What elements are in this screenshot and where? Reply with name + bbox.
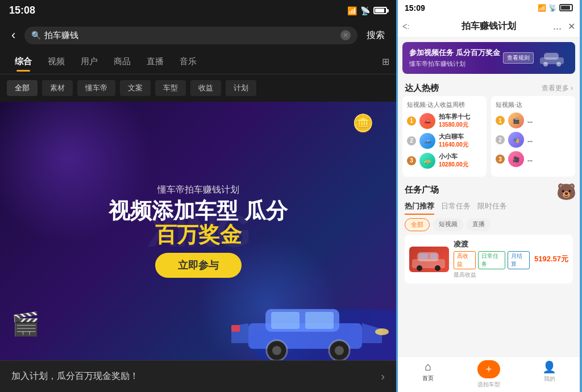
task-card[interactable]: 凌渡 高收益 日常任务 月结算 最高收益 5192.57元 [405, 235, 573, 283]
svg-rect-3 [271, 312, 300, 329]
status-bar-right: 15:09 📶 📡 [398, 0, 580, 16]
car-illustration [214, 275, 396, 360]
banner-cta-button[interactable]: 立即参与 [155, 253, 242, 278]
tab-视频[interactable]: 视频 [40, 52, 73, 72]
task-title: 任务广场 [405, 185, 439, 195]
page-title: 拍车赚钱计划 [462, 20, 516, 32]
rank-avatar-r1: 🎬 [508, 112, 524, 128]
rank-badge-3: 3 [407, 156, 416, 165]
rank-badge-r1: 1 [496, 116, 505, 125]
rank-item-2[interactable]: 2 🚙 大白聊车 11640.00元 [407, 132, 482, 149]
task-sub-tag-all[interactable]: 全部 [405, 218, 430, 231]
home-icon: ⌂ [425, 360, 431, 373]
task-tabs: 热门推荐 日常任务 限时任务 [405, 201, 573, 215]
tab-音乐[interactable]: 音乐 [172, 52, 205, 72]
task-tab-limited[interactable]: 限时任务 [477, 201, 507, 215]
rank-item-r2[interactable]: 2 🎭 ... [496, 132, 571, 148]
nav-profile[interactable]: 👤 我的 [519, 360, 580, 389]
tab-综合[interactable]: 综合 [7, 52, 40, 72]
bottom-promo-text: 加入计划，瓜分百万现金奖励！ [11, 370, 381, 382]
tag-素材[interactable]: 素材 [42, 80, 73, 96]
search-clear-button[interactable]: ✕ [340, 30, 351, 40]
rank-item-3[interactable]: 3 🚕 小小车 10280.00元 [407, 152, 482, 169]
back-indicator: ᐸ: [402, 23, 409, 31]
bottom-nav: ⌂ 首页 + 选拍车型 👤 我的 [398, 356, 580, 392]
rank-amount-2: 11640.00元 [439, 141, 482, 149]
rank-avatar-3: 🚕 [419, 153, 435, 169]
tag-计划[interactable]: 计划 [226, 80, 256, 96]
profile-icon: 👤 [542, 360, 556, 374]
svg-point-16 [556, 62, 561, 66]
task-tab-hot[interactable]: 热门推荐 [405, 201, 434, 215]
tab-商品[interactable]: 商品 [106, 52, 139, 72]
task-tag-daily: 日常任务 [478, 251, 505, 269]
svg-rect-12 [231, 325, 240, 332]
ranking-col-2: 短视频·达 1 🎬 ... 2 🎭 ... 3 🎥 ... [491, 96, 575, 177]
task-earnings-label: 最高收益 [454, 271, 530, 279]
rank-name-3: 小小车 [439, 152, 482, 161]
tag-文案[interactable]: 文案 [120, 80, 151, 96]
time-left: 15:08 [9, 5, 35, 16]
tag-收益[interactable]: 收益 [190, 80, 221, 96]
nav-add-car[interactable]: + 选拍车型 [459, 360, 519, 389]
rank-badge-r3: 3 [496, 155, 505, 164]
tag-车型[interactable]: 车型 [155, 80, 186, 96]
more-button[interactable]: ... [553, 20, 562, 32]
banner-section: XING 懂车帝拍车赚钱计划 视频添加车型 瓜分 百万奖金 立即参与 [0, 102, 396, 360]
battery-icon-right [559, 4, 573, 11]
ad-banner-content: 参加视频任务 瓜分百万奖金 懂车帝拍车赚钱计划 [409, 48, 503, 68]
task-sub-tag-live[interactable]: 直播 [467, 218, 490, 231]
rank-item-1[interactable]: 1 🚗 拍车界十七 13580.00元 [407, 112, 482, 129]
status-icons-right: 📶 📡 [538, 4, 573, 12]
tag-懂车帝[interactable]: 懂车帝 [77, 80, 115, 96]
rank-badge-1: 1 [407, 116, 416, 126]
svg-rect-4 [305, 312, 334, 329]
tab-用户[interactable]: 用户 [73, 52, 106, 72]
close-button[interactable]: ✕ [568, 21, 575, 32]
tag-全部[interactable]: 全部 [7, 80, 38, 96]
task-sub-tag-video[interactable]: 短视频 [433, 218, 463, 231]
rank-name-r3: ... [527, 156, 571, 162]
task-section: 任务广场 🐻 热门推荐 日常任务 限时任务 全部 短视频 直播 [398, 179, 580, 286]
ad-banner[interactable]: 参加视频任务 瓜分百万奖金 懂车帝拍车赚钱计划 查看规则 [402, 42, 575, 74]
rank-item-r3[interactable]: 3 🎥 ... [496, 151, 571, 167]
svg-point-22 [435, 265, 440, 271]
task-helper-icon[interactable]: 🐻 [556, 182, 576, 201]
status-bar-left: 15:08 📶 📡 [0, 0, 396, 21]
svg-point-11 [375, 328, 389, 335]
ad-car-icon [537, 49, 568, 66]
svg-rect-14 [544, 53, 559, 60]
right-panel: 15:09 📶 📡 ᐸ: 拍车赚钱计划 ... ✕ 参加视频任务 瓜分百万奖金 … [398, 0, 580, 392]
status-icons-left: 📶 📡 [347, 6, 387, 15]
banner-main-text: 视频添加车型 瓜分 百万奖金 [109, 199, 288, 247]
coin-icon: 🪙 [352, 113, 373, 133]
search-input-wrapper[interactable]: 🔍 拍车赚钱 ✕ [24, 27, 357, 44]
rank-avatar-r2: 🎭 [508, 132, 524, 148]
battery-icon [373, 7, 387, 14]
film-icon: 🎬 [11, 311, 40, 337]
nav-home[interactable]: ⌂ 首页 [398, 360, 459, 389]
rank-item-r1[interactable]: 1 🎬 ... [496, 112, 571, 128]
search-button[interactable]: 搜索 [362, 27, 389, 44]
col1-title: 短视频·达人收益周榜 [407, 101, 482, 109]
bottom-promo-bar[interactable]: 加入计划，瓜分百万现金奖励！ › [0, 360, 396, 392]
filter-icon[interactable]: ⊞ [382, 56, 389, 67]
task-tab-daily[interactable]: 日常任务 [441, 201, 471, 215]
rankings-more[interactable]: 查看更多 › [542, 84, 573, 93]
ad-subtitle: 懂车帝拍车赚钱计划 [409, 60, 503, 68]
task-info: 凌渡 高收益 日常任务 月结算 最高收益 [454, 239, 530, 279]
banner-line1: 视频添加车型 瓜分 [109, 199, 288, 223]
rank-name-2: 大白聊车 [439, 132, 482, 141]
rank-avatar-r3: 🎥 [508, 151, 524, 167]
tab-直播[interactable]: 直播 [139, 52, 172, 72]
rankings-header: 达人热榜 查看更多 › [398, 78, 580, 96]
signal-icon: 📶 [347, 6, 357, 15]
ad-banner-rules-button[interactable]: 查看规则 [503, 52, 534, 64]
svg-point-15 [543, 62, 548, 66]
add-car-button[interactable]: + [477, 360, 500, 378]
rank-badge-r2: 2 [496, 135, 505, 144]
back-button[interactable]: ‹ [7, 26, 20, 45]
rank-amount-3: 10280.00元 [439, 161, 482, 169]
rank-info-3: 小小车 10280.00元 [439, 152, 482, 169]
tag-filters: 全部 素材 懂车帝 文案 车型 收益 计划 [0, 74, 396, 102]
